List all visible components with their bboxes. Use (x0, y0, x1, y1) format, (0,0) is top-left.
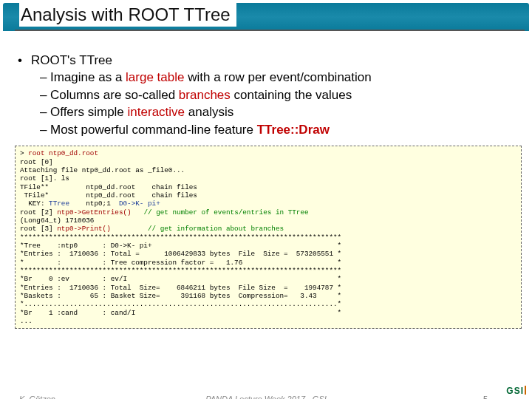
sub-bullet: – Most powerful command-line feature TTr… (18, 121, 522, 138)
c: KEY: (20, 200, 49, 208)
dash-icon: – (40, 86, 50, 103)
footer-venue: PANDA Lecture Week 2017 - GSI (205, 395, 327, 399)
c: *Baskets : 65 : Basket Size= 391168 byte… (20, 292, 341, 300)
c: ntp0->GetEntries() (57, 208, 131, 216)
bullet-dot: • (18, 52, 31, 69)
sub-text: Imagine as a large table with a row per … (50, 69, 372, 86)
c: ... (20, 317, 33, 325)
sub-bullet: – Columns are so-called branches contain… (18, 86, 522, 103)
dash-icon: – (40, 121, 50, 138)
logo-text: GSI (506, 386, 524, 396)
c: TTree (49, 200, 69, 208)
bullet-main-text: ROOT's TTree (31, 52, 112, 69)
c: ****************************************… (20, 233, 341, 242)
c: * : : Tree compression factor = 1.76 * (20, 259, 341, 267)
sub-text: Most powerful command-line feature TTree… (50, 121, 330, 138)
t: Offers simple (50, 105, 128, 119)
c: root [3] (20, 225, 57, 233)
content-area: • ROOT's TTree – Imagine as a large tabl… (0, 43, 532, 138)
title-underline (15, 30, 525, 31)
t-red: interactive (128, 105, 185, 119)
dash-icon: – (40, 103, 50, 120)
c: root ntp0_dd.root (28, 149, 98, 157)
c: D0->K- pi+ (119, 200, 160, 208)
footer-page: 5 (483, 395, 488, 399)
footer-author: K. Götzen (19, 395, 55, 399)
c: root [0] (20, 158, 53, 166)
c: root [1]. ls (20, 174, 69, 183)
sub-text: Columns are so-called branches containin… (50, 86, 352, 103)
t: analysis (185, 105, 233, 119)
c: ntp0->Print() (57, 225, 111, 233)
gsi-logo: GSI (506, 386, 526, 396)
c: TFile* ntp0_dd.root chain files (20, 191, 197, 200)
code-block: > root ntp0_dd.root root [0] Attaching f… (15, 146, 522, 329)
t-red: branches (179, 88, 231, 102)
c: TFile** ntp0_dd.root chain files (20, 183, 197, 191)
c: // get information about branches (111, 225, 284, 233)
c: *Tree :ntp0 : D0->K- pi+ * (20, 242, 341, 250)
bullet-main: • ROOT's TTree (18, 52, 522, 69)
c: ntp0;1 (69, 200, 119, 208)
c: root [2] (20, 208, 57, 216)
c: (Long64_t) 1710036 (20, 216, 94, 225)
t: with a row per event/combination (184, 70, 371, 84)
t: Most powerful command-line feature (50, 123, 257, 137)
c: // get number of events/entries in TTree (132, 208, 309, 216)
dash-icon: – (40, 69, 50, 86)
logo-bar-icon (525, 386, 526, 395)
sub-bullet: – Offers simple interactive analysis (18, 103, 522, 120)
c: > (20, 149, 28, 157)
c: *Br 1 :cand : cand/I * (20, 309, 341, 317)
c: *.......................................… (20, 300, 341, 308)
sub-bullet: – Imagine as a large table with a row pe… (18, 69, 522, 86)
t-red-bold: TTree::Draw (257, 123, 330, 137)
sub-text: Offers simple interactive analysis (50, 103, 233, 120)
c: *Br 0 :ev : ev/I * (20, 275, 341, 283)
t: Imagine as a (50, 70, 126, 84)
c: *Entries : 1710036 : Total = 1006429833 … (20, 250, 341, 258)
t: Columns are so-called (50, 88, 179, 102)
t-red: large table (126, 70, 184, 84)
t: containing the values (231, 88, 352, 102)
c: ****************************************… (20, 267, 341, 275)
slide-title: Analysis with ROOT TTree (19, 3, 236, 27)
c: Attaching file ntp0_dd.root as _file0... (20, 166, 185, 174)
c: *Entries : 1710036 : Total Size= 6846211… (20, 284, 341, 292)
